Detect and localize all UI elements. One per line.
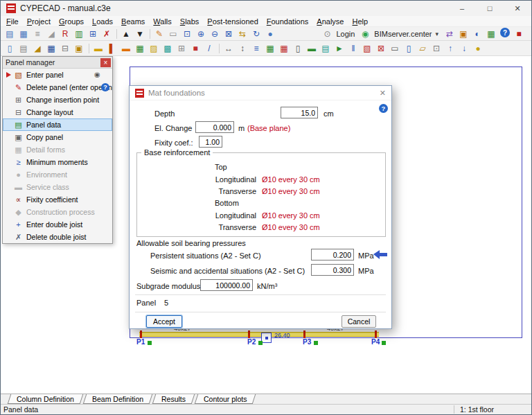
menu-help[interactable]: Help [348,17,372,26]
mesh-icon[interactable]: ▩ [161,42,174,54]
subgrade-input[interactable] [200,279,253,291]
green-grid-icon[interactable]: ▦ [264,42,276,54]
menu-loads[interactable]: Loads [88,17,117,26]
login-button[interactable]: Login [336,30,355,38]
block-icon[interactable]: ■ [189,42,202,54]
help-icon[interactable]: ? [101,83,109,91]
column-label[interactable]: P4 [371,338,380,346]
share-icon[interactable]: ⇄ [443,28,456,39]
fixity-input[interactable] [199,136,222,148]
menu-walls[interactable]: Walls [149,17,176,26]
beam-icon[interactable]: ▬ [120,42,132,54]
delete-icon[interactable]: ✗ [100,28,113,39]
zoom-in-icon[interactable]: ⊕ [195,28,207,39]
grid2-icon[interactable]: ▦ [45,42,57,54]
panel-data[interactable]: ▤ Panel data [3,118,112,131]
dim-h-icon[interactable]: ↔ [222,42,235,54]
tables-icon[interactable]: ⊞ [87,28,99,39]
dialog-titlebar[interactable]: Mat foundations ✕ [130,86,391,100]
panel-manager-titlebar[interactable]: Panel manager × [3,57,112,69]
detail-forms[interactable]: ▦ Detail forms [3,143,112,156]
ramp-icon[interactable]: ◢ [45,28,57,39]
persistent-input[interactable] [311,249,354,261]
change-insertion-point[interactable]: ⊞ Change insertion point [3,94,112,106]
help-icon[interactable]: ? [500,28,510,37]
results-chart-icon[interactable]: ▥ [73,28,85,39]
yellow-beam-icon[interactable]: ▬ [92,42,105,54]
construction-process[interactable]: ◆ Construction process [3,206,112,218]
column-label[interactable]: P3 [303,338,311,346]
columns-icon[interactable]: ‖ [347,42,360,54]
separator[interactable] [148,28,152,39]
menu-slabs[interactable]: Slabs [176,17,204,26]
close-button[interactable]: ✕ [504,1,531,16]
beam-line[interactable] [139,332,379,337]
menu-foundations[interactable]: Foundations [263,17,313,26]
measure-icon[interactable]: ▭ [167,28,179,39]
capture-icon[interactable]: ⊡ [430,42,443,54]
bimserver-dropdown[interactable]: BIMserver.center [374,30,432,38]
separator[interactable] [217,42,221,54]
delete2-icon[interactable]: ⊠ [375,42,387,54]
copy-panel[interactable]: ▣ Copy panel [3,131,112,143]
separator[interactable] [114,28,118,39]
sheet-icon[interactable]: ▤ [17,42,30,54]
slab-icon[interactable]: ▨ [148,42,160,54]
cancel-button[interactable]: Cancel [342,315,376,328]
doc2-icon[interactable]: ▯ [402,42,415,54]
edit-icon[interactable]: ✎ [153,28,166,39]
green-beam-icon[interactable]: ▬ [305,42,318,54]
raise-icon[interactable]: ↑ [444,42,456,54]
grid3-icon[interactable]: ⊞ [175,42,188,54]
menu-groups[interactable]: Groups [55,17,88,26]
enter-double-joist[interactable]: + Enter double joist [3,218,112,231]
bim-sync-icon[interactable]: ◐ [471,28,484,39]
group-down-icon[interactable]: ▼ [134,28,146,39]
tab-contour-plots[interactable]: Contour plots [195,394,256,404]
environment[interactable]: ● Environment [3,168,112,181]
teal-sheet-icon[interactable]: ▤ [319,42,332,54]
service-class[interactable]: ▬ Service class [3,181,112,193]
back-arrow-icon[interactable] [373,250,389,259]
minimum-moments[interactable]: ≥ Minimum moments [3,156,112,168]
wall-icon[interactable]: ▦ [134,42,146,54]
column-label[interactable]: P1 [136,338,145,346]
menu-post-tensioned[interactable]: Post-tensioned [203,17,262,26]
red-panel-icon[interactable]: ▧ [361,42,373,54]
lower-icon[interactable]: ↓ [458,42,470,54]
tab-column-definition[interactable]: Column Definition [8,394,83,404]
delete-panel[interactable]: ✎ Delete panel (enter opening) [3,81,112,94]
menu-file[interactable]: File [2,17,23,26]
menu-beams[interactable]: Beams [117,17,149,26]
zoom-extents-icon[interactable]: ⊠ [222,28,235,39]
close-icon[interactable]: × [100,58,111,67]
separator[interactable] [87,42,91,54]
ramp2-icon[interactable]: ◢ [31,42,44,54]
red-grid-icon[interactable]: ▦ [278,42,290,54]
change-layout[interactable]: ⊟ Change layout [3,106,112,118]
box-icon[interactable]: ▣ [73,42,85,54]
column-icon[interactable]: ▌ [106,42,118,54]
layers-icon[interactable]: ≡ [250,42,263,54]
flatten-icon[interactable]: ⊟ [59,42,71,54]
menu-project[interactable]: Project [23,17,55,26]
delete-double-joist[interactable]: ✗ Delete double joist [3,231,112,243]
new-job-icon[interactable]: ▤ [3,28,16,39]
minimize-button[interactable]: – [448,1,476,16]
fixity-coefficient[interactable]: ∝ Fixity coefficient [3,193,112,206]
line-icon[interactable]: / [203,42,215,54]
maximize-button[interactable]: □ [476,1,504,16]
accept-button[interactable]: Accept [146,315,182,328]
drawing-area[interactable]: P1 P2 P3 P4 40x27 26.40 40x27 Panel mana… [1,56,531,394]
redraw-icon[interactable]: ↻ [250,28,263,39]
column-label[interactable]: P2 [247,338,256,346]
zoom-out-icon[interactable]: ⊖ [209,28,221,39]
info-icon[interactable]: ● [264,28,276,39]
notebook-icon[interactable]: ▯ [3,42,16,54]
close-icon[interactable]: ✕ [380,89,386,98]
tab-beam-definition[interactable]: Beam Definition [83,394,153,404]
export-icon[interactable]: ▣ [457,28,470,39]
dim-v-icon[interactable]: ↕ [236,42,249,54]
el-change-input[interactable] [195,121,234,133]
play-icon[interactable]: ► [333,42,346,54]
